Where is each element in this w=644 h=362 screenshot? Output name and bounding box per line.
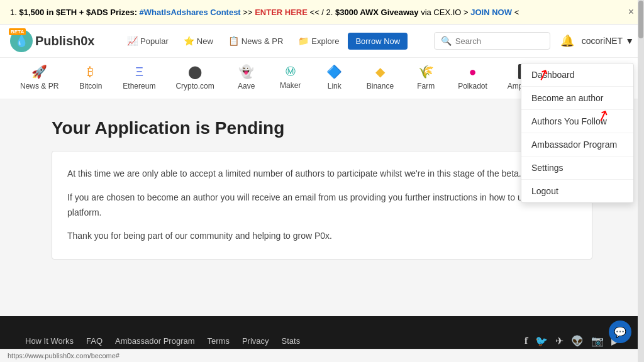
- nav-news-pr[interactable]: 📋 News & PR: [222, 32, 289, 50]
- footer-how-it-works[interactable]: How It Works: [25, 336, 74, 346]
- scrollbar[interactable]: [638, 0, 644, 362]
- nav-popular-label: Popular: [140, 36, 169, 46]
- folder-icon: 📁: [298, 36, 309, 46]
- footer-faq[interactable]: FAQ: [86, 336, 103, 346]
- reddit-icon[interactable]: 👽: [571, 335, 584, 347]
- search-icon: 🔍: [441, 36, 452, 46]
- instagram-icon[interactable]: 📷: [591, 335, 604, 347]
- cat-news-pr[interactable]: 🚀 News & PR: [10, 58, 69, 99]
- link-icon: 🔷: [326, 64, 342, 79]
- promo-banner: 1. $1,500 in $ETH + $ADS Prizes: #WhatIs…: [0, 0, 644, 25]
- content-box: At this time we are only able to accept …: [52, 151, 592, 260]
- cat-farm[interactable]: 🌾 Farm: [404, 58, 448, 99]
- notification-bubble[interactable]: 💬: [609, 321, 631, 343]
- cat-link[interactable]: 🔷 Link: [313, 58, 357, 99]
- enter-link[interactable]: ENTER HERE: [255, 8, 308, 17]
- farm-icon: 🌾: [418, 64, 434, 79]
- banner-text: 1. $1,500 in $ETH + $ADS Prizes: #WhatIs…: [10, 8, 621, 17]
- logo-text: Publish0x: [35, 34, 94, 48]
- polkadot-icon: ●: [469, 65, 476, 79]
- cat-bitcoin-label: Bitcoin: [79, 82, 102, 90]
- scroll-thumb[interactable]: [638, 1, 643, 38]
- user-dropdown: Dashboard Become an author Authors You F…: [521, 63, 634, 203]
- paragraph-1: At this time we are only able to accept …: [67, 167, 577, 182]
- cat-link-label: Link: [328, 82, 341, 90]
- search-input[interactable]: [455, 36, 543, 46]
- nav-news-label: News & PR: [242, 36, 283, 46]
- cat-bitcoin[interactable]: ₿ Bitcoin: [69, 58, 113, 99]
- maker-icon: Ⓜ: [286, 65, 296, 79]
- dropdown-logout[interactable]: Logout: [521, 180, 633, 202]
- paragraph-2: If you are chosen to become an author yo…: [67, 190, 577, 221]
- join-link[interactable]: JOIN NOW: [470, 8, 512, 17]
- end-text: <: [514, 8, 519, 17]
- footer-privacy[interactable]: Privacy: [242, 336, 269, 346]
- footer-terms[interactable]: Terms: [208, 336, 230, 346]
- cryptocom-icon: ⬤: [188, 64, 202, 79]
- cat-maker[interactable]: Ⓜ Maker: [269, 59, 313, 98]
- username-button[interactable]: cocoriNET ▼: [582, 36, 634, 46]
- main-content: Your Application is Pending At this time…: [39, 99, 605, 278]
- twitter-icon[interactable]: 🐦: [535, 335, 548, 347]
- cat-maker-label: Maker: [280, 81, 301, 90]
- nav-explore-label: Explore: [311, 36, 339, 46]
- main-header: BETA 💧 Publish0x 📈 Popular ⭐ New 📋 News …: [0, 25, 644, 58]
- dropdown-authors-follow[interactable]: Authors You Follow: [521, 110, 633, 133]
- search-box[interactable]: 🔍: [434, 32, 550, 50]
- eth-prize: $1,500 in $ETH + $ADS Prizes:: [19, 8, 137, 17]
- status-url: https://www.publish0x.com/become#: [8, 352, 119, 359]
- cat-news-pr-label: News & PR: [20, 82, 58, 90]
- binance-icon: ◆: [375, 64, 385, 79]
- nav-links: 📈 Popular ⭐ New 📋 News & PR 📁 Explore Bo…: [121, 32, 424, 50]
- cat-aave-label: Aave: [238, 82, 255, 90]
- nav-new[interactable]: ⭐ New: [177, 32, 219, 50]
- username-text: cocoriNET: [582, 36, 623, 46]
- dropdown-ambassador[interactable]: Ambassador Program: [521, 133, 633, 156]
- cat-polkadot[interactable]: ● Polkadot: [448, 58, 497, 99]
- news-icon: 🚀: [31, 64, 47, 79]
- cat-aave[interactable]: 👻 Aave: [225, 58, 269, 99]
- header-right: 🔔 cocoriNET ▼: [560, 34, 634, 48]
- cat-ethereum-label: Ethereum: [123, 82, 155, 90]
- footer-links: How It Works FAQ Ambassador Program Term…: [25, 336, 300, 346]
- page-title: Your Application is Pending: [52, 118, 592, 138]
- logo[interactable]: BETA 💧 Publish0x: [10, 30, 111, 52]
- logo-icon: BETA 💧: [10, 30, 33, 52]
- footer-stats[interactable]: Stats: [282, 336, 301, 346]
- flag-icon: 📋: [228, 36, 239, 46]
- contest-link[interactable]: #WhatIsAdshares Contest: [140, 8, 241, 17]
- awx-prize: $3000 AWX Giveaway: [335, 8, 419, 17]
- nav-explore[interactable]: 📁 Explore: [292, 32, 345, 50]
- cat-crypto-com[interactable]: ⬤ Crypto.com: [165, 58, 224, 99]
- paragraph-3: Thank you for being part of our communit…: [67, 229, 577, 244]
- chart-icon: 📈: [127, 36, 138, 46]
- nav-popular[interactable]: 📈 Popular: [121, 32, 175, 50]
- ethereum-icon: Ξ: [135, 65, 143, 79]
- via-text: via CEX.IO >: [421, 8, 469, 17]
- telegram-icon[interactable]: ✈: [555, 335, 564, 347]
- dropdown-settings[interactable]: Settings: [521, 156, 633, 180]
- nav-new-label: New: [197, 36, 213, 46]
- chevron-down-icon: ▼: [625, 36, 634, 46]
- facebook-icon[interactable]: 𝐟: [525, 335, 528, 347]
- footer-ambassador[interactable]: Ambassador Program: [115, 336, 194, 346]
- cat-ethereum[interactable]: Ξ Ethereum: [113, 58, 165, 99]
- cat-cryptocom-label: Crypto.com: [175, 82, 214, 90]
- cat-binance-label: Binance: [367, 82, 394, 90]
- footer-socials: 𝐟 🐦 ✈ 👽 📷 ▶: [525, 335, 619, 347]
- dropdown-become-author[interactable]: Become an author: [521, 87, 633, 110]
- status-bar: https://www.publish0x.com/become#: [0, 349, 644, 362]
- beta-badge: BETA: [9, 28, 26, 35]
- cat-farm-label: Farm: [417, 82, 435, 90]
- notification-bell-icon[interactable]: 🔔: [560, 34, 574, 48]
- borrow-button[interactable]: Borrow Now: [348, 33, 408, 50]
- star-icon: ⭐: [184, 36, 194, 46]
- bitcoin-icon: ₿: [87, 65, 94, 79]
- footer-top: How It Works FAQ Ambassador Program Term…: [25, 335, 619, 347]
- cat-binance[interactable]: ◆ Binance: [357, 58, 404, 99]
- banner-close-button[interactable]: ×: [628, 6, 634, 18]
- aave-icon: 👻: [238, 64, 254, 79]
- cat-polkadot-label: Polkadot: [458, 82, 487, 90]
